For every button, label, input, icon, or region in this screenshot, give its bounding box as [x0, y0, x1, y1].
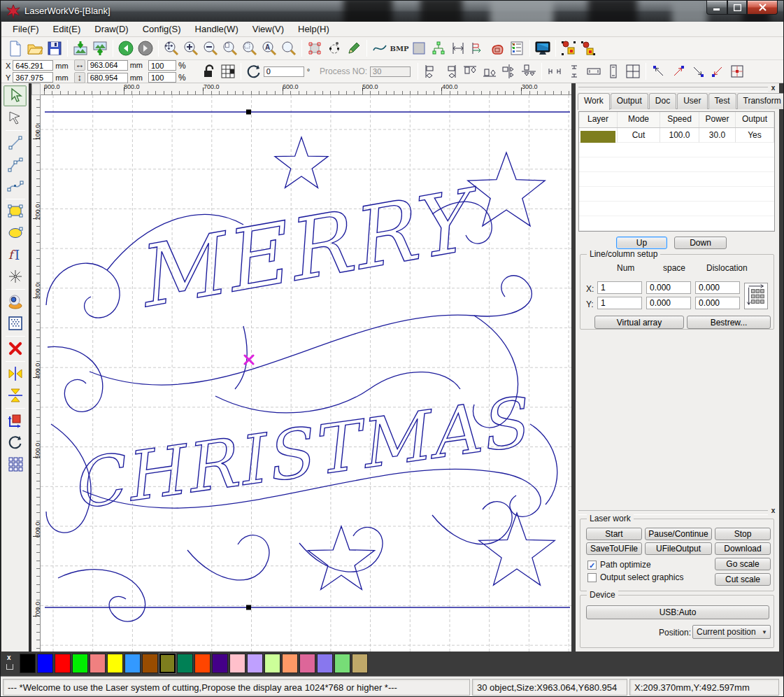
- x-dislocation-input[interactable]: [695, 281, 740, 294]
- open-file-button[interactable]: [25, 38, 45, 58]
- title-bar[interactable]: LaserWorkV6-[Blank]: [1, 1, 784, 22]
- pause-continue-button[interactable]: Pause/Continue: [645, 528, 712, 540]
- tab-transform[interactable]: Transform: [737, 93, 784, 109]
- cut-scale-button[interactable]: Cut scale: [715, 573, 771, 586]
- virtual-array-button[interactable]: Virtual array: [594, 316, 684, 329]
- go-scale-button[interactable]: Go scale: [715, 558, 771, 570]
- space-horizontal-button[interactable]: [545, 62, 564, 81]
- import-button[interactable]: [71, 38, 90, 58]
- redo-button[interactable]: [136, 38, 155, 58]
- align-left-button[interactable]: [421, 62, 441, 81]
- same-height-button[interactable]: [604, 62, 623, 81]
- color-swatch-0[interactable]: [20, 654, 36, 673]
- delete-tool[interactable]: [3, 338, 27, 359]
- x-space-input[interactable]: [646, 281, 691, 294]
- tab-work[interactable]: Work: [578, 93, 610, 110]
- align-center-vertical-button[interactable]: [519, 62, 539, 81]
- menu-draw[interactable]: Draw(D): [87, 22, 135, 36]
- select-tool-button[interactable]: [305, 38, 325, 58]
- layer-row[interactable]: Cut 100.0 30.0 Yes: [579, 128, 774, 143]
- y-num-input[interactable]: [597, 297, 642, 309]
- zoom-all-button[interactable]: A: [259, 38, 279, 58]
- x-num-input[interactable]: [597, 281, 642, 294]
- minimize-button[interactable]: [706, 1, 727, 15]
- color-swatch-17[interactable]: [317, 654, 333, 673]
- mirror-horizontal-tool[interactable]: [3, 363, 27, 384]
- maximize-button[interactable]: [727, 1, 747, 15]
- polyline-tool[interactable]: [3, 154, 27, 175]
- ufile-output-button[interactable]: UFileOutput: [645, 542, 712, 555]
- preview-button[interactable]: [533, 38, 553, 58]
- output-select-checkbox[interactable]: [587, 573, 597, 582]
- save-to-ufile-button[interactable]: SaveToUFile: [586, 542, 642, 555]
- same-width-button[interactable]: [584, 62, 604, 81]
- rectangle-tool[interactable]: [3, 201, 27, 222]
- y-dislocation-input[interactable]: [695, 297, 740, 309]
- ungroup-button[interactable]: [578, 38, 598, 58]
- array-direction-button[interactable]: [744, 283, 768, 309]
- layer-mode[interactable]: Cut: [618, 128, 660, 143]
- layer-output[interactable]: Yes: [736, 128, 774, 143]
- tab-output[interactable]: Output: [611, 93, 648, 109]
- layer-power[interactable]: 30.0: [699, 128, 736, 143]
- aspect-lock-toggle[interactable]: [199, 62, 218, 81]
- rotate-icon[interactable]: [244, 62, 264, 81]
- palette-grip[interactable]: [6, 664, 13, 670]
- color-swatch-9[interactable]: [177, 654, 193, 673]
- color-swatch-8-selected[interactable]: [159, 654, 176, 673]
- align-bottom-button[interactable]: [480, 62, 499, 81]
- align-top-button[interactable]: [460, 62, 480, 81]
- edit-pen-button[interactable]: [344, 38, 364, 58]
- menu-config[interactable]: Config(S): [136, 22, 188, 36]
- close-button[interactable]: [747, 1, 778, 15]
- bmp-tool-button[interactable]: BMP: [390, 38, 409, 58]
- rotate-tool[interactable]: [3, 432, 27, 453]
- measure-flag-button[interactable]: [468, 38, 487, 58]
- color-swatch-4[interactable]: [90, 654, 106, 673]
- select-tool[interactable]: [3, 85, 27, 106]
- menu-file[interactable]: File(F): [6, 22, 46, 36]
- color-swatch-2[interactable]: [55, 654, 71, 673]
- bestrew-button[interactable]: Bestrew...: [687, 316, 771, 329]
- layer-speed[interactable]: 100.0: [660, 128, 699, 143]
- tab-doc[interactable]: Doc: [649, 93, 676, 109]
- layer-up-button[interactable]: Up: [616, 237, 667, 249]
- move-to-center-button[interactable]: [727, 62, 747, 81]
- color-swatch-15[interactable]: [282, 654, 298, 673]
- move-to-bottom-left-button[interactable]: [708, 62, 727, 81]
- point-tool[interactable]: [3, 266, 27, 287]
- dither-grid-tool[interactable]: [3, 313, 27, 334]
- laser-head-button[interactable]: [487, 38, 507, 58]
- color-swatch-11[interactable]: [212, 654, 228, 673]
- line-tool[interactable]: [3, 132, 27, 153]
- path-optimize-checkbox[interactable]: ✓: [587, 561, 597, 570]
- move-to-top-right-button[interactable]: [669, 62, 688, 81]
- width-input[interactable]: [87, 60, 128, 71]
- panel-grip[interactable]: [578, 87, 768, 92]
- same-size-button[interactable]: [623, 62, 643, 81]
- set-origin-tool[interactable]: [3, 410, 27, 431]
- color-swatch-5[interactable]: [107, 654, 123, 673]
- group-button[interactable]: [559, 38, 578, 58]
- anchor-point-selector[interactable]: [218, 62, 238, 81]
- color-swatch-19[interactable]: [352, 654, 368, 673]
- align-center-horizontal-button[interactable]: [499, 62, 519, 81]
- layer-color-swatch[interactable]: [580, 131, 615, 143]
- undo-button[interactable]: [116, 38, 136, 58]
- device-port-button[interactable]: USB:Auto: [586, 605, 769, 619]
- array-tool[interactable]: [3, 453, 27, 474]
- mirror-vertical-tool[interactable]: [3, 385, 27, 406]
- y-space-input[interactable]: [646, 297, 691, 309]
- export-button[interactable]: [90, 38, 110, 58]
- new-file-button[interactable]: [6, 38, 25, 58]
- rotate-handle-button[interactable]: [325, 38, 344, 58]
- node-edit-tool[interactable]: [3, 107, 27, 128]
- x-position-input[interactable]: [13, 60, 53, 71]
- color-swatch-6[interactable]: [124, 654, 141, 673]
- bezier-tool[interactable]: [3, 176, 27, 197]
- drawing-canvas[interactable]: MERRYCHRISTMAS: [41, 95, 571, 652]
- curve-smooth-button[interactable]: [370, 38, 390, 58]
- zoom-page-button[interactable]: [220, 38, 240, 58]
- menu-handle[interactable]: Handle(W): [188, 22, 245, 36]
- panel-close-icon[interactable]: x: [769, 507, 777, 515]
